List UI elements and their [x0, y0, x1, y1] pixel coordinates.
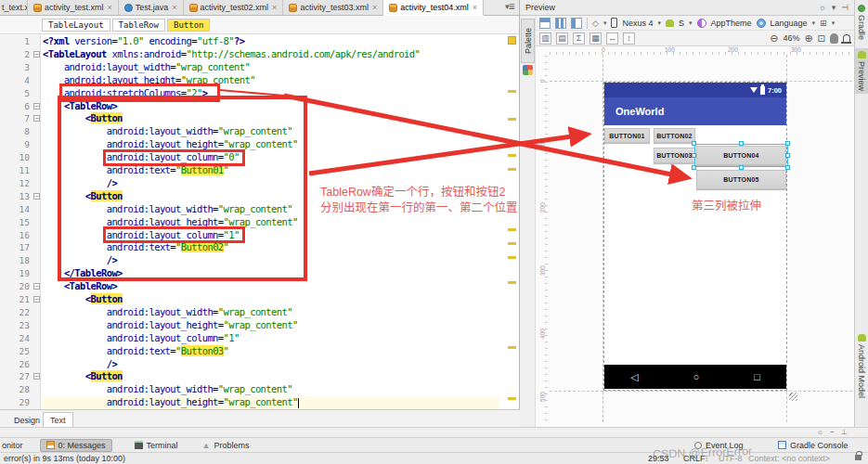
selection-handle[interactable]: [692, 153, 696, 158]
columns-icon[interactable]: ▥: [539, 32, 551, 45]
fold-marker-icon[interactable]: −: [33, 283, 40, 290]
caret-position[interactable]: 29:53: [648, 454, 669, 463]
warning-stripe-mark[interactable]: [508, 281, 516, 284]
orientation-icon[interactable]: ◇: [592, 19, 599, 28]
close-icon[interactable]: ×: [372, 3, 377, 12]
code-line[interactable]: />: [43, 254, 499, 267]
code-line[interactable]: android:layout_height="wrap_content": [43, 216, 499, 229]
xml-code-editor[interactable]: 1234567891011121314151617181920212223242…: [0, 34, 520, 409]
code-line[interactable]: <Button: [43, 112, 499, 125]
close-icon[interactable]: ×: [473, 3, 477, 12]
code-line[interactable]: android:layout_width="wrap_content": [43, 125, 499, 138]
code-line[interactable]: android:text="Button03": [43, 345, 499, 358]
breadcrumb-tablelayout[interactable]: TableLayout: [42, 19, 110, 32]
line-separator[interactable]: CRLF↕: [683, 454, 708, 463]
gradle-console-button[interactable]: Gradle Console: [772, 440, 854, 451]
android-monitor-button[interactable]: onitor: [0, 440, 29, 451]
warning-stripe-mark[interactable]: [508, 397, 516, 400]
fold-marker-icon[interactable]: −: [33, 296, 40, 303]
pan-hand-icon[interactable]: [830, 33, 838, 44]
code-line[interactable]: <Button: [43, 370, 499, 383]
layout-grid-icon[interactable]: [555, 18, 566, 29]
fold-marker-icon[interactable]: −: [33, 373, 40, 380]
preview-button03[interactable]: BUTTON03: [654, 148, 695, 163]
code-line[interactable]: android:layout_height="wrap_content": [43, 74, 499, 87]
gradle-tool-tab[interactable]: Gradle: [855, 5, 868, 40]
code-line[interactable]: android:layout_column="1": [43, 332, 499, 345]
device-resize-handle[interactable]: [789, 393, 797, 401]
gear-icon[interactable]: ☼: [817, 428, 823, 436]
warning-stripe-mark[interactable]: [508, 242, 516, 245]
context-widget[interactable]: Context: <no context>: [748, 454, 830, 463]
screens-icon[interactable]: ⊞: [820, 19, 827, 28]
tab-test-java[interactable]: Test.java ×: [119, 0, 184, 15]
file-encoding[interactable]: UTF-8: [719, 454, 743, 463]
close-icon[interactable]: ×: [272, 3, 277, 12]
tab-activity-test-xml[interactable]: activity_test.xml ×: [28, 0, 119, 15]
code-line[interactable]: android:layout_height="wrap_content": [43, 396, 499, 409]
warning-stripe-mark[interactable]: [508, 228, 516, 231]
fold-marker-icon[interactable]: −: [33, 115, 40, 122]
zoom-fit-icon[interactable]: ⊡: [818, 33, 825, 44]
inspection-indicator-icon[interactable]: [508, 36, 516, 45]
layout-split-icon[interactable]: [571, 18, 582, 29]
notifications-bell-icon[interactable]: [843, 34, 850, 42]
selection-handle[interactable]: [785, 153, 790, 158]
problems-button[interactable]: ▲ Problems: [197, 440, 255, 451]
warning-stripe-mark[interactable]: [508, 118, 516, 121]
minimize-icon[interactable]: ▾: [832, 3, 836, 12]
code-line[interactable]: android:layout_column="1": [43, 229, 499, 242]
terminal-button[interactable]: Terminal: [129, 440, 184, 451]
gear-icon[interactable]: ☼: [818, 3, 825, 12]
warning-stripe-mark[interactable]: [508, 168, 516, 171]
expand-vertical-icon[interactable]: ↕: [623, 32, 635, 45]
minimize-icon[interactable]: −: [830, 428, 835, 436]
lock-icon[interactable]: [855, 455, 862, 460]
expand-horizontal-icon[interactable]: ↔: [606, 32, 618, 45]
breadcrumb-tablerow[interactable]: TableRow: [112, 19, 165, 32]
tab-activity-test03-xml[interactable]: activity_test03.xml ×: [283, 0, 383, 15]
code-line[interactable]: android:layout_height="wrap_content": [43, 138, 499, 151]
warning-stripe-mark[interactable]: [508, 140, 516, 143]
code-line[interactable]: </TableRow>: [43, 267, 499, 280]
warning-stripe-mark[interactable]: [508, 154, 516, 157]
code-line[interactable]: android:text="Button01": [43, 164, 499, 177]
zoom-out-icon[interactable]: ⊖: [770, 32, 778, 45]
preview-button05[interactable]: BUTTON05: [696, 170, 786, 189]
code-line[interactable]: android:layout_height="wrap_content": [43, 319, 499, 332]
warning-stripe-mark[interactable]: [508, 346, 516, 349]
tab-list-menu-icon[interactable]: ▾≣: [505, 2, 514, 11]
fold-marker-icon[interactable]: −: [33, 193, 40, 200]
tab-t-text-xml[interactable]: t_text.xm ×: [0, 0, 28, 15]
close-icon[interactable]: ×: [108, 3, 112, 12]
grid-mode-icon[interactable]: ▦: [589, 32, 602, 45]
warning-stripe-mark[interactable]: [508, 256, 516, 259]
zoom-in-icon[interactable]: ⊕: [804, 32, 812, 45]
code-line[interactable]: android:text="Button02": [43, 241, 499, 254]
dock-icon[interactable]: ⊥: [841, 428, 848, 436]
selection-handle[interactable]: [692, 165, 696, 170]
device-selector[interactable]: Nexus 4: [622, 19, 653, 28]
fold-marker-icon[interactable]: −: [33, 51, 40, 58]
selection-handle[interactable]: [739, 141, 744, 146]
selection-handle[interactable]: [739, 165, 744, 170]
android-model-tool-tab[interactable]: Android Model: [855, 334, 868, 398]
language-selector[interactable]: Language: [771, 19, 808, 28]
tab-activity-test02-xml[interactable]: activity_test02.xml ×: [184, 0, 284, 15]
code-line[interactable]: <TableRow>: [43, 100, 499, 113]
theme-selector[interactable]: AppTheme: [711, 19, 752, 28]
event-log-button[interactable]: Event Log: [689, 440, 749, 451]
close-icon[interactable]: ×: [172, 3, 176, 12]
code-line[interactable]: android:layout_width="wrap_content": [43, 306, 499, 319]
layout-variant-icon[interactable]: [539, 18, 551, 29]
code-line[interactable]: android:layout_column="0": [43, 151, 499, 164]
palette-tool-tab[interactable]: Palette: [521, 19, 535, 63]
code-line[interactable]: android:layout_width="wrap_content": [43, 383, 499, 396]
preview-button02[interactable]: BUTTON02: [654, 128, 695, 143]
preview-button01[interactable]: BUTTON01: [604, 128, 650, 143]
code-line[interactable]: />: [43, 358, 499, 371]
tab-text[interactable]: Text: [43, 412, 73, 428]
code-line[interactable]: <TableLayout xmlns:android="http://schem…: [43, 48, 499, 61]
code-line[interactable]: android:layout_width="wrap_content": [43, 61, 499, 74]
breadcrumb-button[interactable]: Button: [167, 19, 211, 32]
